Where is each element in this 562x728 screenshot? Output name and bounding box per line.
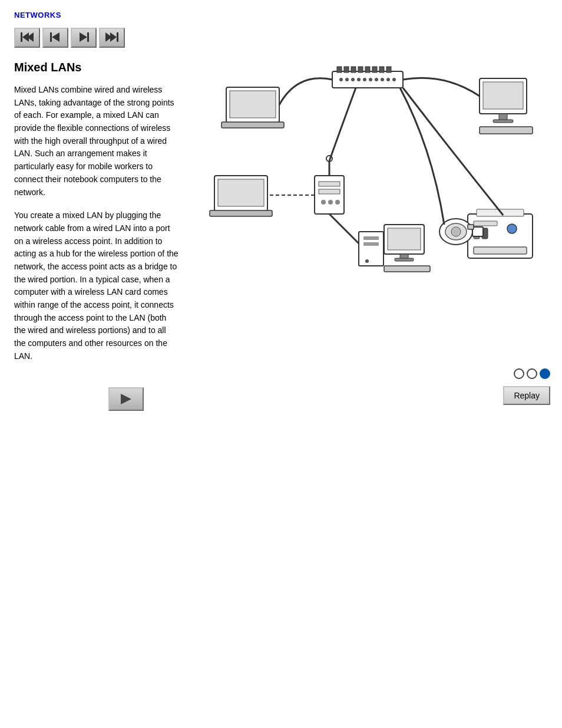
svg-point-29	[392, 78, 396, 81]
dot-1	[514, 368, 524, 379]
svg-point-62	[507, 224, 517, 233]
next-button[interactable]	[71, 28, 97, 48]
page-header: NETWORKS	[14, 11, 548, 19]
svg-point-52	[365, 259, 369, 263]
svg-point-27	[381, 78, 384, 81]
svg-rect-19	[386, 67, 391, 73]
svg-marker-4	[52, 32, 59, 42]
laptop-top-left	[222, 87, 284, 128]
svg-point-28	[386, 78, 390, 81]
svg-marker-8	[110, 32, 117, 42]
dot-3	[540, 368, 550, 379]
svg-rect-69	[468, 225, 474, 229]
svg-rect-18	[379, 67, 384, 73]
play-icon	[120, 393, 133, 405]
svg-rect-15	[358, 67, 363, 73]
next-icon	[78, 32, 89, 44]
svg-point-46	[321, 200, 326, 205]
svg-rect-61	[474, 221, 497, 226]
desktop-center-bottom	[359, 225, 430, 272]
svg-rect-51	[363, 242, 379, 246]
svg-point-48	[335, 200, 340, 205]
desktop-top-right	[480, 78, 533, 134]
dot-2	[527, 368, 537, 379]
svg-rect-0	[21, 32, 22, 42]
svg-rect-54	[388, 228, 421, 250]
access-point	[315, 156, 344, 214]
paragraph-1: Mixed LANs combine wired and wireless LA…	[14, 84, 179, 199]
hub-device	[332, 67, 403, 88]
svg-rect-17	[372, 67, 377, 73]
svg-rect-50	[363, 236, 379, 240]
svg-rect-45	[319, 189, 340, 194]
laptop-mid-left	[210, 176, 272, 216]
svg-rect-13	[344, 67, 349, 73]
svg-point-21	[345, 78, 349, 81]
paragraph-2: You create a mixed LAN by plugging the n…	[14, 209, 179, 363]
svg-rect-36	[230, 91, 276, 118]
network-diagram	[191, 61, 556, 314]
svg-rect-34	[480, 127, 533, 134]
svg-rect-16	[365, 67, 370, 73]
svg-point-22	[351, 78, 355, 81]
svg-rect-3	[50, 32, 52, 42]
svg-rect-6	[87, 32, 89, 42]
svg-point-24	[363, 78, 366, 81]
svg-point-67	[451, 227, 461, 236]
section-title: Mixed LANs	[14, 61, 179, 74]
replay-button[interactable]: Replay	[503, 386, 550, 405]
svg-point-26	[375, 78, 378, 81]
svg-rect-40	[210, 210, 272, 216]
svg-rect-56	[395, 258, 414, 261]
svg-point-20	[339, 78, 343, 81]
prev-button[interactable]	[42, 28, 68, 48]
nav-controls	[14, 28, 548, 48]
svg-point-23	[357, 78, 361, 81]
svg-rect-9	[117, 32, 118, 42]
indicator-dots	[514, 368, 550, 379]
svg-rect-44	[319, 182, 340, 186]
svg-marker-5	[80, 32, 87, 42]
svg-rect-37	[222, 122, 284, 128]
svg-rect-14	[351, 67, 356, 73]
svg-marker-10	[121, 394, 131, 404]
svg-rect-59	[474, 247, 527, 254]
play-button-large[interactable]	[108, 387, 144, 411]
svg-rect-39	[218, 179, 264, 206]
svg-point-47	[328, 200, 333, 205]
svg-point-25	[369, 78, 372, 81]
skip-back-button[interactable]	[14, 28, 40, 48]
svg-rect-12	[337, 67, 342, 73]
skip-fwd-icon	[105, 32, 118, 44]
svg-rect-31	[483, 82, 523, 109]
svg-rect-33	[493, 120, 513, 123]
skip-back-icon	[21, 32, 34, 44]
prev-icon	[50, 32, 61, 44]
skip-fwd-button[interactable]	[99, 28, 125, 48]
svg-rect-57	[384, 266, 430, 272]
